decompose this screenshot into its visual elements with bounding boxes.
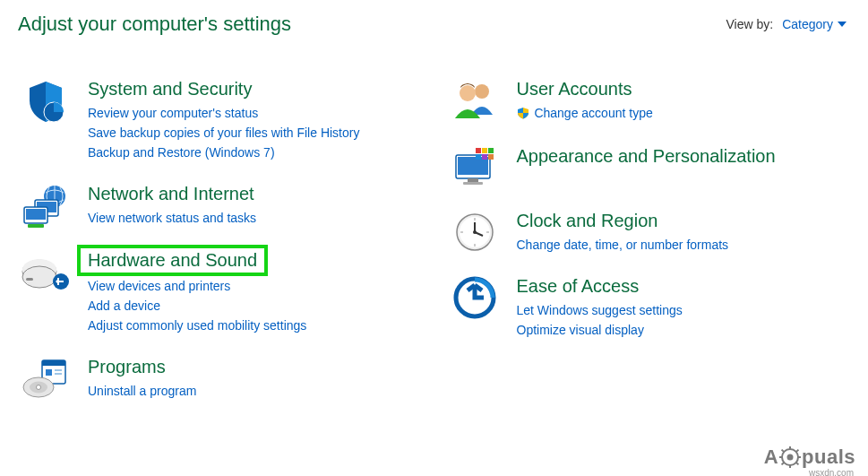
chevron-down-icon [838, 22, 847, 27]
system-security-icon [20, 79, 72, 124]
svg-point-21 [475, 84, 489, 99]
svg-point-20 [37, 385, 41, 390]
svg-rect-14 [42, 360, 65, 366]
appearance-icon [449, 146, 501, 189]
hardware-sound-icon [20, 250, 72, 293]
svg-rect-47 [797, 456, 801, 458]
svg-point-22 [460, 85, 476, 101]
svg-rect-32 [488, 154, 494, 160]
network-internet-title[interactable]: Network and Internet [88, 184, 254, 204]
programs-link[interactable]: Uninstall a program [88, 381, 196, 401]
appearance-title[interactable]: Appearance and Personalization [517, 146, 776, 167]
users-link[interactable]: Change account type [517, 103, 653, 125]
programs-icon [20, 357, 72, 400]
watermark-prefix: A [764, 446, 778, 469]
hardware-sound-title[interactable]: Hardware and Sound [77, 245, 268, 276]
svg-rect-31 [482, 154, 487, 160]
svg-rect-16 [55, 369, 62, 371]
programs-title[interactable]: Programs [88, 357, 166, 377]
source-line: wsxdn.com [809, 468, 854, 476]
page-title: Adjust your computer's settings [18, 13, 291, 36]
watermark: A puals [764, 446, 855, 469]
viewby-label: View by: [726, 17, 774, 31]
hardware-link[interactable]: View devices and printers [88, 276, 306, 296]
svg-rect-17 [55, 373, 62, 375]
svg-rect-46 [779, 456, 783, 458]
svg-rect-6 [28, 224, 44, 228]
svg-point-52 [787, 454, 794, 461]
svg-rect-11 [26, 278, 33, 281]
users-link-label: Change account type [534, 106, 652, 120]
hardware-link[interactable]: Add a device [88, 296, 306, 316]
user-accounts-icon [449, 79, 501, 122]
viewby-value: Category [782, 17, 833, 31]
svg-rect-44 [789, 446, 791, 450]
svg-rect-30 [476, 154, 481, 160]
user-accounts-title[interactable]: User Accounts [517, 79, 632, 100]
network-internet-icon [20, 184, 72, 229]
svg-rect-28 [482, 148, 487, 153]
clock-region-title[interactable]: Clock and Region [517, 211, 658, 231]
svg-rect-5 [26, 209, 46, 220]
svg-rect-27 [476, 148, 481, 153]
hardware-link[interactable]: Adjust commonly used mobility settings [88, 316, 306, 335]
uac-shield-icon [517, 105, 529, 125]
ease-link[interactable]: Let Windows suggest settings [517, 300, 683, 320]
ease-of-access-title[interactable]: Ease of Access [517, 276, 640, 297]
viewby-dropdown[interactable]: Category [782, 17, 847, 31]
system-security-title[interactable]: System and Security [88, 79, 252, 100]
svg-rect-45 [789, 464, 791, 468]
watermark-suffix: puals [802, 446, 855, 469]
network-link[interactable]: View network status and tasks [88, 208, 256, 228]
svg-point-41 [473, 230, 477, 234]
system-link[interactable]: Backup and Restore (Windows 7) [88, 143, 359, 162]
svg-rect-25 [468, 178, 478, 182]
svg-rect-26 [463, 182, 483, 185]
svg-point-10 [22, 266, 56, 288]
ease-of-access-icon [449, 276, 501, 319]
clock-link[interactable]: Change date, time, or number formats [517, 235, 729, 255]
svg-rect-29 [488, 148, 494, 153]
system-link[interactable]: Review your computer's status [88, 103, 359, 123]
ease-link[interactable]: Optimize visual display [517, 320, 683, 340]
svg-rect-15 [46, 369, 52, 376]
gear-icon [779, 446, 801, 468]
clock-region-icon [449, 211, 501, 254]
system-link[interactable]: Save backup copies of your files with Fi… [88, 123, 359, 143]
